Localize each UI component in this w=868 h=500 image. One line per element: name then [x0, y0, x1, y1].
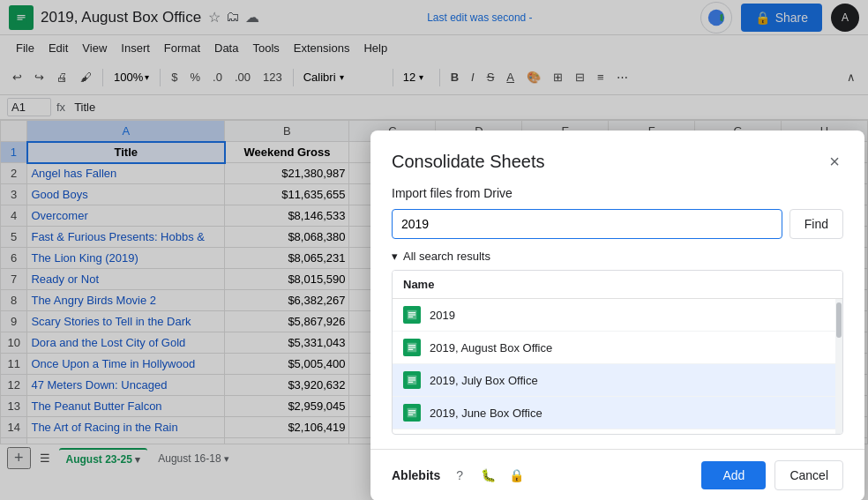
modal-overlay: Consolidate Sheets × Import files from D…	[0, 0, 868, 500]
results-list: 20192019, August Box Office2019, July Bo…	[393, 299, 835, 434]
cancel-button[interactable]: Cancel	[774, 460, 843, 490]
result-name: 2019, July Box Office	[430, 374, 538, 387]
svg-rect-19	[408, 410, 415, 411]
svg-rect-13	[408, 349, 413, 350]
svg-rect-20	[408, 412, 415, 413]
ablebits-logo: Ablebits	[392, 468, 440, 482]
result-item[interactable]: 2019, June Box Office	[393, 397, 835, 429]
modal-close-button[interactable]: ×	[826, 148, 843, 175]
privacy-icon[interactable]: 🔒	[505, 465, 527, 486]
help-icon[interactable]: ?	[449, 465, 470, 486]
toggle-label: All search results	[403, 250, 490, 263]
import-label: Import files from Drive	[392, 186, 843, 200]
result-item[interactable]: 2019, August Box Office	[393, 332, 835, 364]
sheets-icon	[403, 371, 421, 389]
search-input[interactable]	[392, 209, 782, 239]
add-button[interactable]: Add	[701, 461, 766, 489]
scrollbar[interactable]	[835, 299, 842, 434]
result-name: 2019	[430, 309, 455, 322]
result-name: 2019, August Box Office	[430, 341, 552, 354]
search-results-toggle[interactable]: ▾ All search results	[392, 250, 843, 263]
consolidate-sheets-modal: Consolidate Sheets × Import files from D…	[370, 131, 864, 500]
sheets-icon	[403, 339, 421, 356]
svg-rect-15	[408, 377, 415, 378]
svg-rect-21	[408, 414, 413, 415]
svg-rect-12	[408, 347, 415, 347]
results-list-header: Name	[393, 271, 842, 299]
sheets-icon	[403, 306, 421, 324]
results-list-container: Name 20192019, August Box Office2019, Ju…	[392, 270, 843, 435]
svg-rect-17	[408, 382, 413, 383]
result-name: 2019, June Box Office	[430, 407, 542, 420]
footer-icons: ? 🐛 🔒	[449, 465, 527, 486]
modal-title: Consolidate Sheets	[392, 152, 544, 172]
result-item[interactable]: 2019	[393, 299, 835, 332]
svg-rect-16	[408, 379, 415, 380]
svg-rect-11	[408, 345, 415, 346]
toggle-chevron: ▾	[392, 250, 398, 263]
svg-rect-9	[408, 317, 413, 317]
find-button[interactable]: Find	[789, 209, 843, 239]
svg-rect-7	[408, 312, 415, 313]
result-item[interactable]: 2019, July Box Office	[393, 364, 835, 397]
sheets-icon	[403, 404, 421, 422]
result-item[interactable]: Winter equipment 2019	[393, 429, 835, 434]
scrollbar-thumb[interactable]	[836, 302, 842, 338]
bug-icon[interactable]: 🐛	[477, 465, 498, 486]
svg-rect-8	[408, 314, 415, 315]
